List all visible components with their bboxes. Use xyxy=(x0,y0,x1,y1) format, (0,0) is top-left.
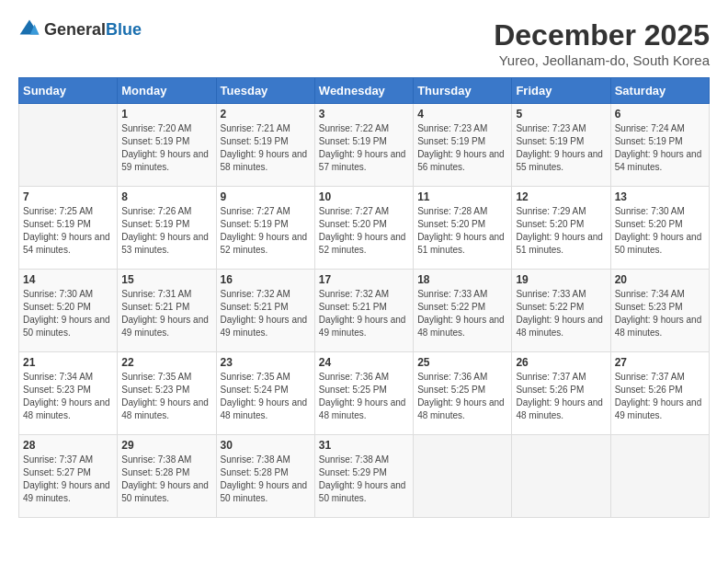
day-info: Sunrise: 7:23 AMSunset: 5:19 PMDaylight:… xyxy=(417,123,505,172)
header-cell-sunday: Sunday xyxy=(19,78,118,104)
calendar-cell: 5 Sunrise: 7:23 AMSunset: 5:19 PMDayligh… xyxy=(512,104,610,187)
day-number: 3 xyxy=(319,108,409,121)
calendar-cell: 4 Sunrise: 7:23 AMSunset: 5:19 PMDayligh… xyxy=(414,104,512,187)
day-number: 15 xyxy=(121,273,211,286)
calendar-header-row: SundayMondayTuesdayWednesdayThursdayFrid… xyxy=(19,78,710,104)
day-info: Sunrise: 7:31 AMSunset: 5:21 PMDaylight:… xyxy=(121,289,209,338)
calendar-week-row: 7 Sunrise: 7:25 AMSunset: 5:19 PMDayligh… xyxy=(19,187,710,270)
calendar-cell: 30 Sunrise: 7:38 AMSunset: 5:28 PMDaylig… xyxy=(216,435,314,518)
day-number: 9 xyxy=(221,190,311,203)
day-info: Sunrise: 7:27 AMSunset: 5:19 PMDaylight:… xyxy=(221,206,308,255)
day-number: 23 xyxy=(221,356,311,369)
calendar-week-row: 21 Sunrise: 7:34 AMSunset: 5:23 PMDaylig… xyxy=(19,352,710,435)
day-number: 8 xyxy=(121,190,211,203)
day-info: Sunrise: 7:34 AMSunset: 5:23 PMDaylight:… xyxy=(23,372,110,420)
header-cell-monday: Monday xyxy=(118,78,216,104)
calendar-cell: 23 Sunrise: 7:35 AMSunset: 5:24 PMDaylig… xyxy=(216,352,314,435)
calendar-cell: 22 Sunrise: 7:35 AMSunset: 5:23 PMDaylig… xyxy=(118,352,216,435)
day-number: 13 xyxy=(615,190,705,203)
logo-text-general: General xyxy=(44,20,106,39)
day-info: Sunrise: 7:29 AMSunset: 5:20 PMDaylight:… xyxy=(516,206,603,255)
day-number: 28 xyxy=(23,439,113,452)
day-number: 30 xyxy=(221,439,311,452)
calendar-cell: 14 Sunrise: 7:30 AMSunset: 5:20 PMDaylig… xyxy=(19,270,118,352)
day-info: Sunrise: 7:21 AMSunset: 5:19 PMDaylight:… xyxy=(221,123,308,172)
calendar-cell: 2 Sunrise: 7:21 AMSunset: 5:19 PMDayligh… xyxy=(216,104,314,187)
day-info: Sunrise: 7:36 AMSunset: 5:25 PMDaylight:… xyxy=(417,372,505,420)
calendar-cell: 26 Sunrise: 7:37 AMSunset: 5:26 PMDaylig… xyxy=(512,352,610,435)
day-number: 22 xyxy=(121,356,211,369)
calendar-week-row: 1 Sunrise: 7:20 AMSunset: 5:19 PMDayligh… xyxy=(19,104,710,187)
day-info: Sunrise: 7:38 AMSunset: 5:28 PMDaylight:… xyxy=(121,454,209,503)
header-cell-saturday: Saturday xyxy=(610,78,709,104)
day-number: 10 xyxy=(319,190,409,203)
day-info: Sunrise: 7:33 AMSunset: 5:22 PMDaylight:… xyxy=(417,289,505,338)
calendar-cell: 11 Sunrise: 7:28 AMSunset: 5:20 PMDaylig… xyxy=(414,187,512,270)
title-block: December 2025 Yureo, Jeollanam-do, South… xyxy=(494,18,710,68)
day-info: Sunrise: 7:20 AMSunset: 5:19 PMDaylight:… xyxy=(121,123,209,172)
calendar-cell xyxy=(610,435,709,518)
day-info: Sunrise: 7:30 AMSunset: 5:20 PMDaylight:… xyxy=(615,206,702,255)
calendar-cell: 13 Sunrise: 7:30 AMSunset: 5:20 PMDaylig… xyxy=(610,187,709,270)
day-number: 25 xyxy=(417,356,507,369)
day-number: 18 xyxy=(417,273,507,286)
day-info: Sunrise: 7:35 AMSunset: 5:24 PMDaylight:… xyxy=(221,372,308,420)
calendar-week-row: 28 Sunrise: 7:37 AMSunset: 5:27 PMDaylig… xyxy=(19,435,710,518)
day-number: 16 xyxy=(221,273,311,286)
calendar-cell: 15 Sunrise: 7:31 AMSunset: 5:21 PMDaylig… xyxy=(118,270,216,352)
calendar-cell: 19 Sunrise: 7:33 AMSunset: 5:22 PMDaylig… xyxy=(512,270,610,352)
calendar-cell: 28 Sunrise: 7:37 AMSunset: 5:27 PMDaylig… xyxy=(19,435,118,518)
logo-icon xyxy=(18,18,40,40)
calendar-cell: 21 Sunrise: 7:34 AMSunset: 5:23 PMDaylig… xyxy=(19,352,118,435)
day-number: 31 xyxy=(319,439,409,452)
day-info: Sunrise: 7:27 AMSunset: 5:20 PMDaylight:… xyxy=(319,206,406,255)
day-info: Sunrise: 7:33 AMSunset: 5:22 PMDaylight:… xyxy=(516,289,603,338)
day-info: Sunrise: 7:22 AMSunset: 5:19 PMDaylight:… xyxy=(319,123,406,172)
day-number: 11 xyxy=(417,190,507,203)
calendar-cell: 24 Sunrise: 7:36 AMSunset: 5:25 PMDaylig… xyxy=(314,352,413,435)
calendar-cell: 3 Sunrise: 7:22 AMSunset: 5:19 PMDayligh… xyxy=(314,104,413,187)
day-number: 20 xyxy=(615,273,705,286)
day-info: Sunrise: 7:28 AMSunset: 5:20 PMDaylight:… xyxy=(417,206,505,255)
location-title: Yureo, Jeollanam-do, South Korea xyxy=(494,52,710,68)
day-info: Sunrise: 7:38 AMSunset: 5:29 PMDaylight:… xyxy=(319,454,406,503)
day-number: 27 xyxy=(615,356,705,369)
day-number: 6 xyxy=(615,108,705,121)
day-info: Sunrise: 7:23 AMSunset: 5:19 PMDaylight:… xyxy=(516,123,603,172)
calendar-cell: 29 Sunrise: 7:38 AMSunset: 5:28 PMDaylig… xyxy=(118,435,216,518)
day-number: 1 xyxy=(121,108,211,121)
day-number: 21 xyxy=(23,356,113,369)
day-number: 2 xyxy=(221,108,311,121)
header-cell-friday: Friday xyxy=(512,78,610,104)
calendar-cell: 16 Sunrise: 7:32 AMSunset: 5:21 PMDaylig… xyxy=(216,270,314,352)
day-number: 24 xyxy=(319,356,409,369)
calendar-cell: 1 Sunrise: 7:20 AMSunset: 5:19 PMDayligh… xyxy=(118,104,216,187)
calendar-cell: 9 Sunrise: 7:27 AMSunset: 5:19 PMDayligh… xyxy=(216,187,314,270)
calendar-cell: 12 Sunrise: 7:29 AMSunset: 5:20 PMDaylig… xyxy=(512,187,610,270)
day-info: Sunrise: 7:34 AMSunset: 5:23 PMDaylight:… xyxy=(615,289,702,338)
logo-text-blue: Blue xyxy=(106,20,142,39)
calendar-cell: 18 Sunrise: 7:33 AMSunset: 5:22 PMDaylig… xyxy=(414,270,512,352)
calendar-cell: 10 Sunrise: 7:27 AMSunset: 5:20 PMDaylig… xyxy=(314,187,413,270)
day-info: Sunrise: 7:37 AMSunset: 5:26 PMDaylight:… xyxy=(516,372,603,420)
page-header: GeneralBlue December 2025 Yureo, Jeollan… xyxy=(18,18,710,68)
calendar-cell: 31 Sunrise: 7:38 AMSunset: 5:29 PMDaylig… xyxy=(314,435,413,518)
day-number: 7 xyxy=(23,190,113,203)
day-info: Sunrise: 7:25 AMSunset: 5:19 PMDaylight:… xyxy=(23,206,110,255)
calendar-cell: 27 Sunrise: 7:37 AMSunset: 5:26 PMDaylig… xyxy=(610,352,709,435)
day-info: Sunrise: 7:37 AMSunset: 5:27 PMDaylight:… xyxy=(23,454,110,503)
header-cell-thursday: Thursday xyxy=(414,78,512,104)
day-info: Sunrise: 7:38 AMSunset: 5:28 PMDaylight:… xyxy=(221,454,308,503)
day-number: 17 xyxy=(319,273,409,286)
day-info: Sunrise: 7:26 AMSunset: 5:19 PMDaylight:… xyxy=(121,206,209,255)
calendar-cell: 7 Sunrise: 7:25 AMSunset: 5:19 PMDayligh… xyxy=(19,187,118,270)
calendar-week-row: 14 Sunrise: 7:30 AMSunset: 5:20 PMDaylig… xyxy=(19,270,710,352)
day-number: 26 xyxy=(516,356,606,369)
day-number: 5 xyxy=(516,108,606,121)
logo: GeneralBlue xyxy=(18,18,142,40)
calendar-cell: 8 Sunrise: 7:26 AMSunset: 5:19 PMDayligh… xyxy=(118,187,216,270)
calendar-table: SundayMondayTuesdayWednesdayThursdayFrid… xyxy=(18,77,710,518)
calendar-cell xyxy=(414,435,512,518)
day-number: 14 xyxy=(23,273,113,286)
calendar-cell: 6 Sunrise: 7:24 AMSunset: 5:19 PMDayligh… xyxy=(610,104,709,187)
